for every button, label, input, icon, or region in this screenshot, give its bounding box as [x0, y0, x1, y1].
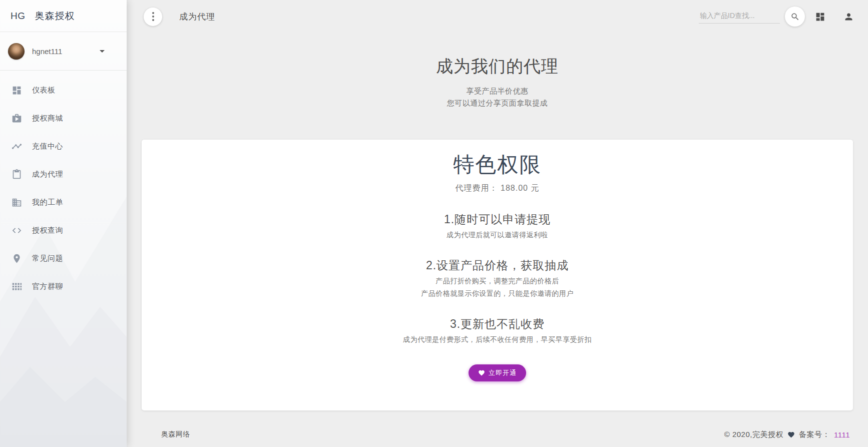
timeline-icon	[12, 141, 22, 152]
sidebar-item-become-agent[interactable]: 成为代理	[0, 160, 127, 188]
footer-company: 奥森网络	[161, 430, 190, 439]
place-icon	[12, 253, 22, 264]
hero-section: 成为我们的代理 享受产品半价优惠 您可以通过分享页面拿取提成	[127, 33, 868, 109]
user-name: hgnet111	[32, 47, 100, 56]
activate-now-button[interactable]: 立即开通	[469, 364, 526, 381]
building-icon	[12, 197, 22, 208]
person-icon	[843, 12, 854, 22]
dashboard-shortcut-button[interactable]	[812, 9, 828, 25]
search-input[interactable]	[699, 10, 780, 24]
feature-description: 产品打折价购买，调整完产品的价格后	[152, 277, 843, 286]
activate-now-label: 立即开通	[489, 368, 517, 377]
hero-subtitle-2: 您可以通过分享页面拿取提成	[127, 97, 868, 109]
feature-item: 2.设置产品价格，获取抽成 产品打折价购买，调整完产品的价格后 产品价格就显示你…	[152, 258, 843, 298]
sidebar-item-label: 授权商城	[32, 114, 63, 123]
kebab-menu-icon	[152, 12, 154, 21]
footer-icp-label: 备案号：	[799, 430, 830, 439]
feature-description: 成为代理后就可以邀请得返利啦	[152, 231, 843, 240]
topbar: 成为代理	[127, 0, 868, 33]
feature-title: 2.设置产品价格，获取抽成	[152, 258, 843, 273]
sidebar-item-official-group[interactable]: 官方群聊	[0, 272, 127, 300]
feature-item: 3.更新也不乱收费 成为代理是付费形式，后续不收任何费用，早买早享受折扣	[152, 316, 843, 344]
sidebar: HG 奥森授权 hgnet111 仪表板	[0, 0, 127, 447]
sidebar-item-label: 官方群聊	[32, 282, 63, 291]
heart-icon	[478, 369, 485, 376]
brand-title: 奥森授权	[35, 10, 75, 23]
account-button[interactable]	[840, 9, 857, 25]
clipboard-icon	[12, 169, 22, 180]
page-title: 成为代理	[179, 11, 215, 23]
app-root: HG 奥森授权 hgnet111 仪表板	[0, 0, 868, 447]
search-button[interactable]	[785, 7, 805, 27]
sidebar-minimize-button[interactable]	[144, 8, 162, 26]
sidebar-item-label: 充值中心	[32, 142, 63, 151]
apps-icon	[12, 281, 22, 292]
sidebar-item-label: 仪表板	[32, 86, 56, 95]
sidebar-item-label: 常见问题	[32, 254, 63, 263]
footer: 奥森网络 © 2020,完美授权 备案号： 1111	[127, 422, 868, 447]
sidebar-item-work-orders[interactable]: 我的工单	[0, 188, 127, 216]
sidebar-nav: 仪表板 授权商城 充值中心	[0, 71, 127, 300]
avatar	[8, 43, 25, 60]
shop-icon	[12, 113, 22, 124]
sidebar-item-dashboard[interactable]: 仪表板	[0, 76, 127, 104]
brand-logo: HG	[11, 11, 26, 22]
footer-icp-link[interactable]: 1111	[834, 430, 850, 439]
dashboard-icon	[12, 85, 22, 96]
brand[interactable]: HG 奥森授权	[0, 0, 127, 32]
sidebar-item-label: 授权查询	[32, 226, 63, 235]
feature-item: 1.随时可以申请提现 成为代理后就可以邀请得返利啦	[152, 212, 843, 240]
hero-subtitle-1: 享受产品半价优惠	[127, 85, 868, 97]
features-card: 特色权限 代理费用： 188.00 元 1.随时可以申请提现 成为代理后就可以邀…	[142, 140, 853, 410]
user-menu-toggle[interactable]: hgnet111	[0, 32, 127, 71]
footer-copyright: © 2020,完美授权	[724, 430, 783, 439]
sidebar-item-shop[interactable]: 授权商城	[0, 104, 127, 132]
chevron-down-icon	[100, 50, 105, 53]
sidebar-item-label: 成为代理	[32, 170, 63, 179]
card-title: 特色权限	[152, 151, 843, 179]
sidebar-item-recharge[interactable]: 充值中心	[0, 132, 127, 160]
feature-title: 1.随时可以申请提现	[152, 212, 843, 227]
search-icon	[790, 12, 800, 22]
agent-fee: 代理费用： 188.00 元	[152, 183, 843, 194]
code-icon	[12, 225, 22, 236]
main-area: 成为代理 成为我们的代理 享受产品半价优惠 您可以通过分享页面拿取提成 特	[127, 0, 868, 447]
sidebar-item-license-query[interactable]: 授权查询	[0, 216, 127, 244]
sidebar-item-label: 我的工单	[32, 198, 63, 207]
sidebar-item-faq[interactable]: 常见问题	[0, 244, 127, 272]
heart-icon	[787, 431, 795, 438]
dashboard-icon	[815, 12, 825, 22]
feature-description: 成为代理是付费形式，后续不收任何费用，早买早享受折扣	[152, 335, 843, 344]
feature-title: 3.更新也不乱收费	[152, 316, 843, 332]
feature-description: 产品价格就显示你设置的，只能是你邀请的用户	[152, 289, 843, 298]
search-box	[699, 10, 780, 24]
hero-title: 成为我们的代理	[127, 55, 868, 78]
